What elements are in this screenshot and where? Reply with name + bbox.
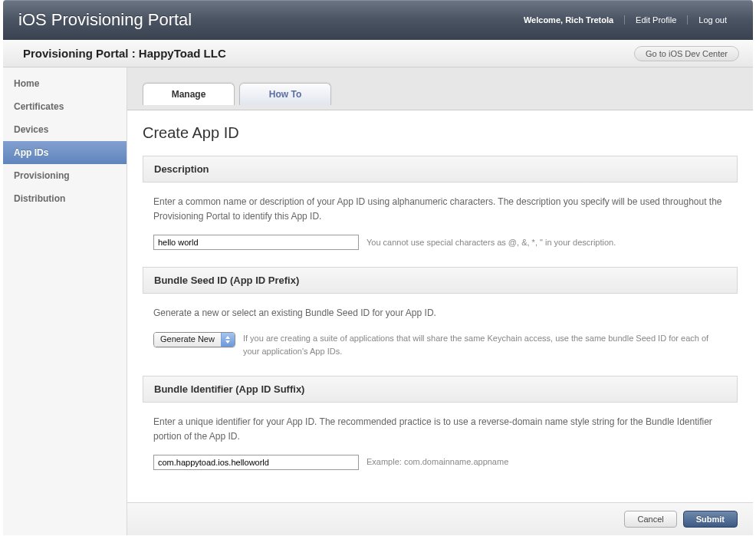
section-description-heading: Description	[143, 156, 738, 183]
footer-bar: Cancel Submit	[127, 502, 753, 535]
identifier-text: Enter a unique identifier for your App I…	[153, 415, 727, 444]
identifier-input[interactable]	[153, 455, 359, 470]
section-identifier-heading: Bundle Identifier (App ID Suffix)	[143, 376, 738, 403]
cancel-button[interactable]: Cancel	[624, 511, 676, 528]
logout-link[interactable]: Log out	[687, 15, 738, 25]
top-header: iOS Provisioning Portal Welcome, Rich Tr…	[3, 0, 753, 40]
section-seed-heading: Bundle Seed ID (App ID Prefix)	[143, 267, 738, 294]
top-links: Welcome, Rich Tretola Edit Profile Log o…	[513, 15, 738, 25]
dev-center-link[interactable]: Go to iOS Dev Center	[634, 46, 739, 61]
sidebar-item-certificates[interactable]: Certificates	[3, 95, 127, 118]
tab-bar: Manage How To	[127, 67, 753, 110]
sidebar-item-provisioning[interactable]: Provisioning	[3, 164, 127, 187]
edit-profile-link[interactable]: Edit Profile	[624, 15, 687, 25]
sidebar-item-home[interactable]: Home	[3, 72, 127, 95]
description-hint: You cannot use special characters as @, …	[366, 236, 616, 250]
content: Manage How To Create App ID Description …	[127, 67, 753, 535]
tab-howto[interactable]: How To	[239, 83, 331, 105]
sidebar-item-app-ids[interactable]: App IDs	[3, 141, 127, 164]
description-input[interactable]	[153, 235, 359, 250]
page-title: Create App ID	[143, 124, 738, 142]
sidebar: Home Certificates Devices App IDs Provis…	[3, 67, 127, 535]
sub-header: Provisioning Portal : HappyToad LLC Go t…	[3, 40, 753, 67]
sidebar-item-devices[interactable]: Devices	[3, 118, 127, 141]
sidebar-item-distribution[interactable]: Distribution	[3, 187, 127, 210]
seed-select[interactable]: Generate New	[153, 332, 235, 347]
portal-title: iOS Provisioning Portal	[18, 10, 192, 30]
tab-manage[interactable]: Manage	[143, 83, 235, 105]
seed-text: Generate a new or select an existing Bun…	[153, 306, 727, 321]
breadcrumb-title: Provisioning Portal : HappyToad LLC	[23, 47, 226, 60]
select-arrows-icon	[221, 333, 235, 347]
seed-select-value: Generate New	[154, 333, 221, 347]
submit-button[interactable]: Submit	[683, 511, 738, 528]
identifier-hint: Example: com.domainname.appname	[366, 455, 508, 469]
description-text: Enter a common name or description of yo…	[153, 195, 727, 224]
welcome-text: Welcome, Rich Tretola	[513, 15, 624, 25]
seed-hint: If you are creating a suite of applicati…	[243, 332, 727, 359]
